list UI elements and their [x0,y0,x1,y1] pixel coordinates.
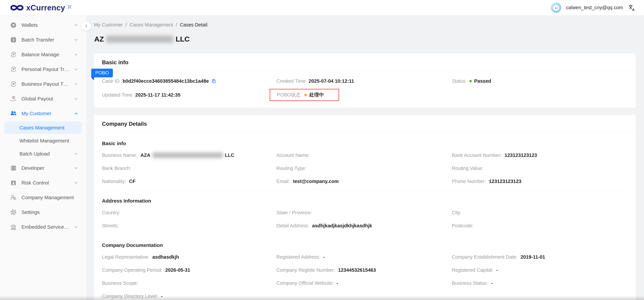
pobo-highlight-box: POBO状态 处理中 [270,89,339,101]
chevron-left-icon [84,24,89,28]
field-label: Bank Branch: [102,165,131,171]
chevron-down-icon [74,52,78,57]
person-badge-icon [10,194,17,201]
sidebar-item-company-management[interactable]: Company Management [0,190,86,205]
updated-time-value: 2025-11-17 11:42:35 [135,92,180,98]
id-card-icon [10,179,17,186]
sidebar-item-developer[interactable]: Developer [0,161,86,175]
section-heading: Company Documentation [102,236,628,250]
refresh-yen-icon: ¥ [10,66,17,73]
sidebar-item-personal-payout-trans[interactable]: ¥ Personal Payout Trans... [0,62,86,77]
sidebar-subitem-batch-upload[interactable]: Batch Upload [4,148,82,160]
breadcrumb-cases-management[interactable]: Cases Management [130,22,173,28]
field-value: - [491,281,493,286]
sidebar-subitem-whitelist-management[interactable]: Whitelist Management [4,135,82,147]
field-company-registe-number: Company Registe Number:12344532615463 [276,267,452,273]
field-label: Company Directory Level: [102,294,158,299]
field-bank-branch: Bank Branch: [102,165,276,171]
people-icon [10,110,17,117]
pobo-status-value: 处理中 [309,92,324,98]
sidebar-item-label: Wallets [22,22,70,28]
svg-text:¥: ¥ [12,68,14,71]
field-state-province: State / Province: [276,210,452,215]
copy-icon[interactable] [211,78,216,84]
field-value: - [161,294,163,299]
field-value: 12344532615463 [338,267,376,273]
field-bank-account-number: Bank Account Number:123123123123 [452,152,628,158]
svg-text:$: $ [13,96,14,99]
brand-sparkle-icon [67,4,72,10]
field-phone-number: Phone Number:123123123123 [452,179,628,184]
sidebar-item-settings[interactable]: Settings [0,205,86,220]
case-id-field: Case ID b0d2f40ecce34603855484c13bc1a48e [102,78,276,84]
field-routing-value: Routing Value: [452,165,628,171]
sidebar-item-label: Business Payout Trans... [22,81,70,87]
collapse-sidebar-button[interactable] [82,21,91,31]
status-label: Status [452,78,466,84]
detail-row: Country:State / Province:City: [102,206,628,219]
breadcrumb-separator: / [176,22,177,28]
case-id-value: b0d2f40ecce34603855484c13bc1a48e [122,78,209,84]
sidebar-item-label: Risk Control [22,180,70,186]
field-label: Company Registe Number: [276,267,335,273]
field-country: Country: [102,210,276,215]
section-heading: Basic info [102,134,628,149]
sidebar-item-batch-transfer[interactable]: Batch Transfer [0,32,86,47]
field-label: Routing Type: [276,165,306,171]
field-label: Company Official Website: [276,281,334,286]
field-label: Country: [102,210,120,215]
sidebar-subitem-label: Whitelist Management [20,138,78,144]
detail-row: Company Operating Period:2026-05-31Compa… [102,264,628,277]
batch-arrow-icon [10,36,17,43]
sidebar-subitem-label: Batch Upload [20,151,74,157]
field-label: State / Province: [276,210,312,215]
chevron-down-icon [74,23,78,27]
field-business-name: Business Name:AZALLC [102,152,276,158]
chevron-down-icon [74,166,78,170]
sidebar-item-risk-control[interactable]: Risk Control [0,175,86,190]
chevron-down-icon [74,96,78,101]
sidebar-item-balance-manage[interactable]: ¥ Balance Manage [0,47,86,62]
status-value: Passed [474,78,491,84]
brand-logo: xCurrency [10,3,72,12]
field-detail-address: Detail Address:asdhjkadjkasjdkhjkasdhjk [276,223,452,229]
case-id-label: Case ID [102,78,120,84]
sidebar-item-embedded-service-co[interactable]: Embedded Service Co... [0,220,86,234]
section-address-information: Address InformationCountry:State / Provi… [102,191,628,235]
field-label: Account Name: [276,152,310,158]
sidebar-item-business-payout-trans[interactable]: ¥ Business Payout Trans... [0,77,86,91]
company-details-card: Company Details Basic infoBusiness Name:… [94,115,636,300]
sidebar-item-label: My Customer [22,111,70,116]
field-account-name: Account Name: [276,152,452,158]
section-company-documentation: Company DocumentationLegal Representativ… [102,236,628,300]
sidebar-item-label: Company Management [22,195,74,200]
sidebar-item-my-customer[interactable]: My Customer [0,106,86,121]
infinity-logo-icon [10,3,24,12]
svg-text:A: A [632,8,634,11]
user-email[interactable]: calwen_test_cny@qq.com [566,5,623,10]
sidebar-subitem-cases-management[interactable]: Cases Management [4,122,82,134]
field-label: Streets: [102,223,119,229]
field-streets: Streets: [102,223,276,229]
pobo-tag: POBO [91,69,113,77]
field-registered-address: Registered Address:- [276,254,452,260]
sidebar-item-global-payout[interactable]: $ Global Payout [0,91,86,106]
bank-icon [10,223,17,231]
sidebar-item-wallets[interactable]: ¥ Wallets [0,18,86,32]
svg-text:¥: ¥ [12,83,14,86]
top-header: xCurrency calwen_test_cny@qq.com [0,0,644,15]
pobo-status-label: POBO状态 [277,92,301,98]
created-time-value: 2025-07-04 10:12:11 [308,78,354,84]
field-value: - [323,254,325,260]
detail-row: Nationality:CFEmail:test@company.comPhon… [102,175,628,188]
translate-icon[interactable]: A [628,4,635,11]
breadcrumb-my-customer[interactable]: My Customer [94,22,123,28]
brand-name: xCurrency [26,3,65,12]
field-label: Registered Address: [276,254,320,260]
sidebar-subitem-label: Cases Management [20,125,78,131]
breadcrumb-separator: / [126,22,127,28]
field-email: Email:test@company.com [276,179,452,184]
field-label: Business Status: [452,281,488,286]
field-label: Bank Account Number: [452,152,502,158]
user-avatar[interactable] [551,2,561,13]
